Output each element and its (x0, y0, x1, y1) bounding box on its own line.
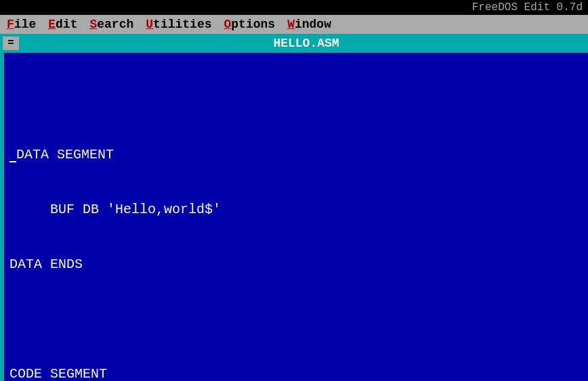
editor-area[interactable]: DATA SEGMENT BUF DB 'Hello,world$' DATA … (0, 53, 588, 381)
menu-search[interactable]: Search (85, 16, 138, 32)
code-line-5: CODE SEGMENT (9, 365, 583, 381)
editor-content: DATA SEGMENT BUF DB 'Hello,world$' DATA … (9, 109, 583, 381)
window-menu-button[interactable]: = (3, 37, 19, 50)
code-line-2: BUF DB 'Hello,world$' (9, 200, 583, 219)
code-line-3: DATA ENDS (9, 255, 583, 273)
menu-options[interactable]: Options (220, 16, 280, 32)
title-bar-text: FreeDOS Edit 0.7d (472, 1, 583, 14)
window-bar: = HELLO.ASM (0, 34, 588, 53)
menu-window[interactable]: Window (283, 16, 335, 32)
menu-file[interactable]: File (3, 16, 40, 32)
code-line-4 (9, 310, 583, 328)
title-bar: FreeDOS Edit 0.7d (0, 0, 588, 15)
menu-utilities[interactable]: Utilities (142, 16, 215, 32)
menu-bar: File Edit Search Utilities Options Windo… (0, 15, 588, 34)
menu-edit[interactable]: Edit (44, 16, 81, 32)
editor-left-border (0, 53, 4, 381)
code-line-1: DATA SEGMENT (9, 145, 583, 164)
window-title: HELLO.ASM (24, 37, 588, 50)
